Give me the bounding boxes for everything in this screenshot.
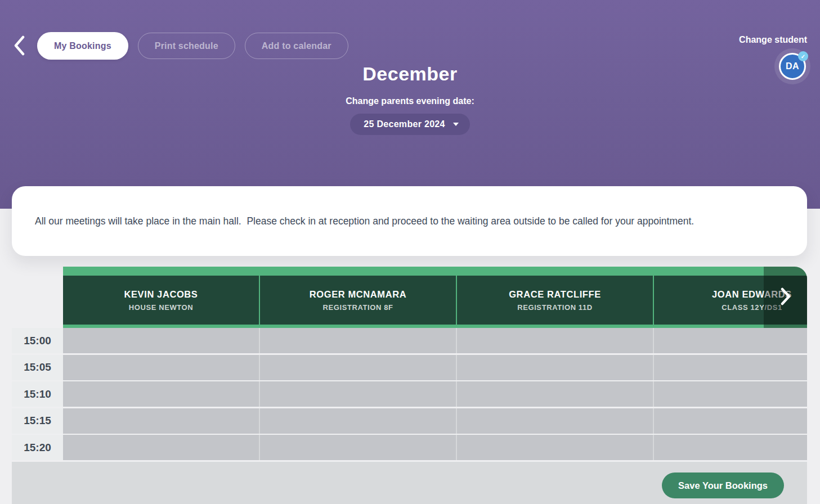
- tab-my-bookings[interactable]: My Bookings: [37, 32, 128, 60]
- slot-cell[interactable]: [260, 408, 456, 434]
- chevron-left-icon: [13, 35, 25, 57]
- slot-cell[interactable]: [260, 381, 456, 407]
- tab-add-to-calendar[interactable]: Add to calendar: [245, 33, 348, 59]
- teacher-name: GRACE RATCLIFFE: [509, 289, 601, 300]
- slot-cell[interactable]: [457, 355, 653, 380]
- time-row: 15:20: [12, 435, 807, 460]
- slot-cell[interactable]: [457, 435, 653, 460]
- page-title: December: [0, 63, 820, 85]
- slot-cell[interactable]: [63, 381, 259, 407]
- time-row: 15:15: [12, 408, 807, 434]
- slot-cell[interactable]: [457, 408, 653, 434]
- time-label: 15:00: [12, 328, 63, 353]
- teacher-name: ROGER MCNAMARA: [310, 289, 406, 300]
- time-row: 15:10: [12, 381, 807, 407]
- slot-cell[interactable]: [654, 435, 807, 460]
- teacher-column-header: GRACE RATCLIFFE REGISTRATION 11D: [457, 276, 653, 325]
- slot-cell[interactable]: [457, 381, 653, 407]
- chevron-down-icon: [453, 123, 459, 126]
- teacher-group: REGISTRATION 8F: [322, 303, 393, 312]
- change-student-label: Change student: [739, 35, 807, 45]
- grid-footer: Save Your Bookings: [12, 462, 807, 504]
- date-change-label: Change parents evening date:: [0, 96, 820, 106]
- slot-cell[interactable]: [260, 435, 456, 460]
- header-tabs: My Bookings Print schedule Add to calend…: [37, 32, 348, 60]
- slot-cell[interactable]: [260, 355, 456, 380]
- slot-cell[interactable]: [654, 355, 807, 380]
- selected-date-label: 25 December 2024: [364, 119, 445, 129]
- slot-cell[interactable]: [260, 328, 456, 353]
- slot-cell[interactable]: [63, 435, 259, 460]
- selected-check-icon: ✓: [798, 51, 808, 61]
- venue-notice-text: All our meetings will take place in the …: [35, 215, 694, 227]
- slot-cell[interactable]: [654, 408, 807, 434]
- scroll-right-button[interactable]: [764, 267, 807, 328]
- date-select-dropdown[interactable]: 25 December 2024: [350, 114, 469, 135]
- teacher-column-header: ROGER MCNAMARA REGISTRATION 8F: [260, 276, 456, 325]
- slot-cell[interactable]: [457, 328, 653, 353]
- slot-cell[interactable]: [654, 381, 807, 407]
- slot-cell[interactable]: [63, 355, 259, 380]
- teacher-header-row: KEVIN JACOBS HOUSE NEWTON ROGER MCNAMARA…: [63, 267, 807, 328]
- teacher-column-header: KEVIN JACOBS HOUSE NEWTON: [63, 276, 259, 325]
- teacher-group: HOUSE NEWTON: [129, 303, 194, 312]
- time-label: 15:05: [12, 355, 63, 380]
- time-label: 15:20: [12, 435, 63, 460]
- slot-cell[interactable]: [63, 408, 259, 434]
- time-label: 15:10: [12, 381, 63, 407]
- chevron-right-icon: [780, 287, 791, 307]
- hero-banner: My Bookings Print schedule Add to calend…: [0, 0, 820, 209]
- save-bookings-button[interactable]: Save Your Bookings: [662, 472, 784, 498]
- slot-cell[interactable]: [654, 328, 807, 353]
- teacher-group: REGISTRATION 11D: [517, 303, 593, 312]
- time-label: 15:15: [12, 408, 63, 434]
- venue-notice-card: All our meetings will take place in the …: [12, 186, 807, 256]
- booking-grid: 15:00 15:05 15:10 15:15: [12, 328, 807, 462]
- time-row: 15:00: [12, 328, 807, 353]
- teacher-name: KEVIN JACOBS: [124, 289, 198, 300]
- slot-cell[interactable]: [63, 328, 259, 353]
- back-button[interactable]: [9, 34, 29, 58]
- time-row: 15:05: [12, 355, 807, 380]
- tab-print-schedule[interactable]: Print schedule: [138, 33, 235, 59]
